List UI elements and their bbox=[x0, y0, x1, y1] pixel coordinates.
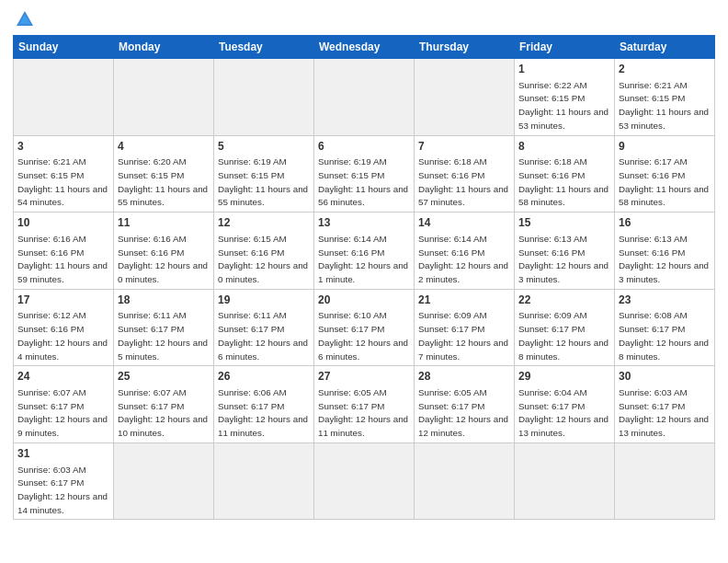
calendar-day-cell bbox=[515, 442, 615, 520]
calendar-day-cell: 17Sunrise: 6:12 AMSunset: 6:16 PMDayligh… bbox=[14, 289, 114, 366]
day-info: Sunrise: 6:05 AMSunset: 6:17 PMDaylight:… bbox=[418, 387, 508, 438]
day-info: Sunrise: 6:18 AMSunset: 6:16 PMDaylight:… bbox=[418, 156, 508, 207]
calendar-day-cell: 16Sunrise: 6:13 AMSunset: 6:16 PMDayligh… bbox=[615, 213, 715, 290]
day-number: 10 bbox=[17, 215, 109, 231]
day-number: 21 bbox=[418, 293, 510, 308]
day-number: 11 bbox=[118, 215, 210, 231]
day-info: Sunrise: 6:14 AMSunset: 6:16 PMDaylight:… bbox=[318, 234, 408, 284]
calendar-day-cell bbox=[14, 59, 114, 136]
calendar-day-cell: 5Sunrise: 6:19 AMSunset: 6:15 PMDaylight… bbox=[214, 135, 314, 213]
calendar-week-row: 31Sunrise: 6:03 AMSunset: 6:17 PMDayligh… bbox=[14, 442, 715, 520]
day-info: Sunrise: 6:03 AMSunset: 6:17 PMDaylight:… bbox=[619, 387, 709, 438]
day-number: 25 bbox=[118, 369, 210, 385]
calendar-day-cell: 30Sunrise: 6:03 AMSunset: 6:17 PMDayligh… bbox=[615, 366, 715, 443]
calendar-day-cell: 6Sunrise: 6:19 AMSunset: 6:15 PMDaylight… bbox=[314, 135, 415, 213]
calendar-day-cell: 8Sunrise: 6:18 AMSunset: 6:16 PMDaylight… bbox=[515, 135, 615, 213]
calendar-week-row: 1Sunrise: 6:22 AMSunset: 6:15 PMDaylight… bbox=[14, 59, 715, 136]
calendar-day-cell: 28Sunrise: 6:05 AMSunset: 6:17 PMDayligh… bbox=[415, 366, 515, 443]
calendar-day-cell: 21Sunrise: 6:09 AMSunset: 6:17 PMDayligh… bbox=[415, 289, 515, 366]
calendar-day-cell: 14Sunrise: 6:14 AMSunset: 6:16 PMDayligh… bbox=[415, 213, 515, 290]
calendar-day-cell: 15Sunrise: 6:13 AMSunset: 6:16 PMDayligh… bbox=[515, 213, 615, 290]
weekday-header-friday: Friday bbox=[515, 36, 615, 59]
day-info: Sunrise: 6:07 AMSunset: 6:17 PMDaylight:… bbox=[17, 387, 108, 438]
weekday-header-row: SundayMondayTuesdayWednesdayThursdayFrid… bbox=[14, 36, 715, 59]
calendar-day-cell: 26Sunrise: 6:06 AMSunset: 6:17 PMDayligh… bbox=[214, 366, 314, 443]
weekday-header-thursday: Thursday bbox=[415, 36, 515, 59]
calendar-day-cell bbox=[214, 59, 314, 136]
calendar-day-cell: 2Sunrise: 6:21 AMSunset: 6:15 PMDaylight… bbox=[615, 59, 715, 136]
day-number: 9 bbox=[619, 139, 711, 155]
calendar-day-cell: 18Sunrise: 6:11 AMSunset: 6:17 PMDayligh… bbox=[114, 289, 214, 366]
weekday-header-wednesday: Wednesday bbox=[314, 36, 415, 59]
day-number: 13 bbox=[318, 215, 410, 231]
day-number: 12 bbox=[218, 215, 310, 231]
calendar-day-cell: 10Sunrise: 6:16 AMSunset: 6:16 PMDayligh… bbox=[14, 213, 114, 290]
day-info: Sunrise: 6:11 AMSunset: 6:17 PMDaylight:… bbox=[218, 310, 308, 361]
day-number: 4 bbox=[118, 139, 210, 155]
calendar-day-cell: 4Sunrise: 6:20 AMSunset: 6:15 PMDaylight… bbox=[114, 135, 214, 213]
day-number: 17 bbox=[17, 293, 109, 308]
day-info: Sunrise: 6:10 AMSunset: 6:17 PMDaylight:… bbox=[318, 310, 408, 361]
calendar-day-cell: 23Sunrise: 6:08 AMSunset: 6:17 PMDayligh… bbox=[615, 289, 715, 366]
calendar-day-cell bbox=[314, 59, 415, 136]
page-container: SundayMondayTuesdayWednesdayThursdayFrid… bbox=[0, 0, 728, 525]
day-info: Sunrise: 6:18 AMSunset: 6:16 PMDaylight:… bbox=[518, 156, 609, 207]
calendar-day-cell: 19Sunrise: 6:11 AMSunset: 6:17 PMDayligh… bbox=[214, 289, 314, 366]
weekday-header-saturday: Saturday bbox=[615, 36, 715, 59]
day-info: Sunrise: 6:08 AMSunset: 6:17 PMDaylight:… bbox=[619, 310, 709, 361]
day-info: Sunrise: 6:06 AMSunset: 6:17 PMDaylight:… bbox=[218, 387, 308, 438]
day-number: 18 bbox=[118, 293, 210, 308]
day-info: Sunrise: 6:03 AMSunset: 6:17 PMDaylight:… bbox=[17, 465, 108, 515]
day-info: Sunrise: 6:13 AMSunset: 6:16 PMDaylight:… bbox=[518, 234, 609, 284]
day-info: Sunrise: 6:14 AMSunset: 6:16 PMDaylight:… bbox=[418, 234, 508, 284]
calendar-day-cell: 13Sunrise: 6:14 AMSunset: 6:16 PMDayligh… bbox=[314, 213, 415, 290]
day-info: Sunrise: 6:12 AMSunset: 6:16 PMDaylight:… bbox=[17, 310, 108, 361]
day-info: Sunrise: 6:21 AMSunset: 6:15 PMDaylight:… bbox=[619, 80, 709, 131]
calendar-day-cell: 1Sunrise: 6:22 AMSunset: 6:15 PMDaylight… bbox=[515, 59, 615, 136]
day-number: 16 bbox=[619, 215, 711, 231]
day-number: 3 bbox=[17, 139, 109, 155]
calendar-table: SundayMondayTuesdayWednesdayThursdayFrid… bbox=[13, 35, 715, 520]
weekday-header-monday: Monday bbox=[114, 36, 214, 59]
calendar-day-cell bbox=[314, 442, 415, 520]
calendar-day-cell: 12Sunrise: 6:15 AMSunset: 6:16 PMDayligh… bbox=[214, 213, 314, 290]
day-info: Sunrise: 6:16 AMSunset: 6:16 PMDaylight:… bbox=[17, 234, 108, 284]
calendar-day-cell: 7Sunrise: 6:18 AMSunset: 6:16 PMDaylight… bbox=[415, 135, 515, 213]
day-number: 26 bbox=[218, 369, 310, 385]
calendar-day-cell bbox=[415, 442, 515, 520]
calendar-day-cell: 20Sunrise: 6:10 AMSunset: 6:17 PMDayligh… bbox=[314, 289, 415, 366]
day-info: Sunrise: 6:11 AMSunset: 6:17 PMDaylight:… bbox=[118, 310, 208, 361]
day-info: Sunrise: 6:21 AMSunset: 6:15 PMDaylight:… bbox=[17, 156, 108, 207]
calendar-day-cell: 31Sunrise: 6:03 AMSunset: 6:17 PMDayligh… bbox=[14, 442, 114, 520]
day-number: 8 bbox=[518, 139, 610, 155]
calendar-week-row: 24Sunrise: 6:07 AMSunset: 6:17 PMDayligh… bbox=[14, 366, 715, 443]
day-number: 6 bbox=[318, 139, 410, 155]
day-number: 15 bbox=[518, 215, 610, 231]
weekday-header-tuesday: Tuesday bbox=[214, 36, 314, 59]
weekday-header-sunday: Sunday bbox=[14, 36, 114, 59]
day-info: Sunrise: 6:22 AMSunset: 6:15 PMDaylight:… bbox=[518, 80, 609, 131]
calendar-day-cell: 29Sunrise: 6:04 AMSunset: 6:17 PMDayligh… bbox=[515, 366, 615, 443]
calendar-week-row: 10Sunrise: 6:16 AMSunset: 6:16 PMDayligh… bbox=[14, 213, 715, 290]
day-number: 14 bbox=[418, 215, 510, 231]
day-number: 29 bbox=[518, 369, 610, 385]
calendar-day-cell bbox=[214, 442, 314, 520]
day-info: Sunrise: 6:07 AMSunset: 6:17 PMDaylight:… bbox=[118, 387, 208, 438]
header bbox=[13, 9, 715, 29]
calendar-week-row: 3Sunrise: 6:21 AMSunset: 6:15 PMDaylight… bbox=[14, 135, 715, 213]
calendar-day-cell: 25Sunrise: 6:07 AMSunset: 6:17 PMDayligh… bbox=[114, 366, 214, 443]
calendar-day-cell bbox=[114, 59, 214, 136]
day-number: 19 bbox=[218, 293, 310, 308]
day-number: 31 bbox=[17, 446, 109, 462]
calendar-day-cell: 3Sunrise: 6:21 AMSunset: 6:15 PMDaylight… bbox=[14, 135, 114, 213]
day-info: Sunrise: 6:09 AMSunset: 6:17 PMDaylight:… bbox=[518, 310, 609, 361]
logo bbox=[13, 9, 35, 29]
day-info: Sunrise: 6:15 AMSunset: 6:16 PMDaylight:… bbox=[218, 234, 308, 284]
day-number: 30 bbox=[619, 369, 711, 385]
day-number: 2 bbox=[619, 62, 711, 77]
day-number: 27 bbox=[318, 369, 410, 385]
calendar-day-cell: 9Sunrise: 6:17 AMSunset: 6:16 PMDaylight… bbox=[615, 135, 715, 213]
day-number: 20 bbox=[318, 293, 410, 308]
day-info: Sunrise: 6:05 AMSunset: 6:17 PMDaylight:… bbox=[318, 387, 408, 438]
calendar-day-cell: 27Sunrise: 6:05 AMSunset: 6:17 PMDayligh… bbox=[314, 366, 415, 443]
